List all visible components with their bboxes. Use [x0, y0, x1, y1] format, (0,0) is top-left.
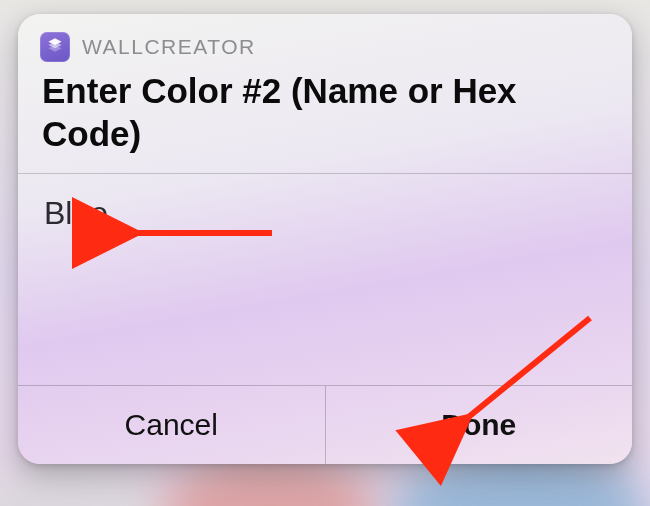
sheet-header: WALLCREATOR: [18, 14, 632, 64]
color-input[interactable]: [42, 194, 612, 233]
app-icon: [40, 32, 70, 62]
done-button[interactable]: Done: [325, 386, 633, 464]
app-name-label: WALLCREATOR: [82, 35, 256, 59]
cancel-button[interactable]: Cancel: [18, 386, 325, 464]
done-button-label: Done: [441, 408, 516, 442]
input-area: [18, 174, 632, 354]
prompt-title: Enter Color #2 (Name or Hex Code): [18, 64, 632, 173]
action-sheet: WALLCREATOR Enter Color #2 (Name or Hex …: [18, 14, 632, 464]
button-row: Cancel Done: [18, 385, 632, 464]
layers-icon: [45, 35, 65, 59]
cancel-button-label: Cancel: [125, 408, 218, 442]
screenshot-root: WALLCREATOR Enter Color #2 (Name or Hex …: [0, 0, 650, 506]
